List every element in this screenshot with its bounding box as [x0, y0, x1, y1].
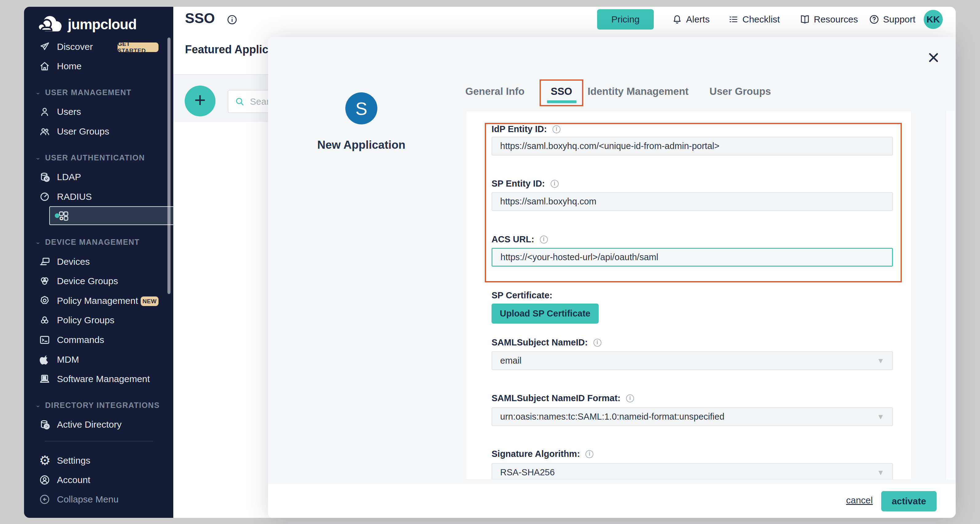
cancel-button[interactable]: cancel: [846, 495, 873, 505]
apple-icon: [39, 354, 50, 365]
info-icon[interactable]: i: [626, 394, 634, 402]
tab-identity-management[interactable]: Identity Management: [587, 86, 689, 97]
acs-url-label: ACS URL:i: [492, 234, 548, 244]
support-button[interactable]: Support: [869, 9, 915, 30]
signature-algorithm-label: Signature Algorithm:i: [492, 449, 593, 459]
info-icon[interactable]: i: [552, 125, 560, 133]
sidebar-section-user-management[interactable]: ⌄ USER MANAGEMENT: [28, 84, 167, 100]
account-icon: [39, 475, 50, 486]
plus-icon: +: [194, 90, 205, 110]
form-scrollbar-track[interactable]: [945, 111, 955, 479]
sidebar-item-user-groups[interactable]: User Groups: [28, 122, 167, 141]
info-icon[interactable]: [226, 14, 238, 25]
rocket-icon: [39, 41, 50, 53]
caret-down-icon: ▼: [877, 413, 884, 421]
sidebar-item-mdm[interactable]: MDM: [28, 350, 167, 370]
new-badge: NEW: [141, 296, 159, 306]
home-icon: [39, 61, 50, 72]
software-management-icon: [39, 373, 50, 385]
info-icon[interactable]: i: [585, 450, 593, 458]
ldap-database-icon: [39, 172, 50, 183]
sso-grid-icon: [58, 210, 69, 221]
device-groups-icon: [39, 276, 50, 287]
sidebar-item-sso[interactable]: SSO: [49, 206, 173, 225]
sidebar-item-radius[interactable]: RADIUS: [28, 187, 167, 207]
book-icon: [800, 14, 810, 25]
app-initial-badge: S: [345, 92, 377, 124]
terminal-icon: [39, 334, 50, 346]
sidebar-scrollbar-thumb[interactable]: [167, 38, 170, 294]
search-icon: [234, 96, 245, 107]
active-directory-icon: [39, 419, 50, 430]
sidebar-section-directory-integrations[interactable]: ⌄ DIRECTORY INTEGRATIONS: [28, 397, 167, 413]
signature-algorithm-select[interactable]: RSA-SHA256▼: [492, 463, 893, 479]
page-title: SSO: [185, 10, 215, 27]
cloud-logo-icon: [35, 14, 65, 35]
gear-icon: ⚙: [39, 455, 50, 466]
sidebar-section-device-management[interactable]: ⌄ DEVICE MANAGEMENT: [28, 234, 167, 250]
devices-icon: [39, 256, 50, 267]
user-group-icon: [39, 126, 50, 137]
policy-management-icon: [39, 295, 50, 306]
sidebar: jumpcloud Discover GET STARTED Home ⌄ US…: [24, 7, 173, 518]
pricing-button[interactable]: Pricing: [597, 9, 654, 30]
checklist-button[interactable]: Checklist: [728, 9, 780, 30]
caret-down-icon: ▼: [877, 357, 884, 365]
saml-subject-nameid-format-label: SAMLSubject NameID Format:i: [492, 393, 634, 403]
sidebar-item-devices[interactable]: Devices: [28, 252, 167, 272]
new-application-modal: S New Application General Info SSO Ident…: [268, 37, 956, 518]
sidebar-item-settings[interactable]: ⚙ Settings: [28, 451, 167, 470]
close-icon[interactable]: [928, 52, 939, 63]
policy-groups-icon: [39, 315, 50, 326]
acs-url-input[interactable]: https://<your-hosted-url>/api/oauth/saml: [492, 248, 893, 267]
sidebar-item-policy-groups[interactable]: Policy Groups: [28, 311, 167, 330]
bell-icon: [672, 14, 682, 25]
sp-entity-id-label: SP Entity ID:i: [492, 178, 558, 189]
sidebar-item-home[interactable]: Home: [28, 56, 167, 76]
get-started-badge: GET STARTED: [118, 43, 159, 52]
add-application-button[interactable]: +: [185, 86, 215, 116]
activate-button[interactable]: activate: [881, 491, 937, 511]
tab-user-groups[interactable]: User Groups: [710, 86, 771, 97]
sidebar-item-account[interactable]: Account: [28, 470, 167, 490]
idp-entity-id-input[interactable]: https://saml.boxyhq.com/<unique-id-from-…: [492, 137, 893, 156]
collapse-arrow-icon: [39, 494, 50, 505]
sidebar-item-commands[interactable]: Commands: [28, 330, 167, 350]
sp-certificate-label: SP Certificate:: [492, 290, 552, 301]
checklist-icon: [728, 14, 739, 25]
sidebar-item-users[interactable]: Users: [28, 102, 167, 122]
app-name: New Application: [286, 139, 437, 151]
saml-subject-nameid-select[interactable]: email▼: [492, 351, 893, 370]
sidebar-item-software-management[interactable]: Software Management: [28, 369, 167, 389]
sso-form-panel: IdP Entity ID:i https://saml.boxyhq.com/…: [466, 111, 912, 479]
upload-sp-certificate-button[interactable]: Upload SP Certificate: [492, 304, 599, 323]
sp-entity-id-input[interactable]: https://saml.boxyhq.com: [492, 192, 893, 211]
sidebar-item-device-groups[interactable]: Device Groups: [28, 271, 167, 291]
alerts-button[interactable]: Alerts: [672, 9, 710, 30]
active-indicator-dot: [55, 213, 59, 218]
jumpcloud-logo[interactable]: jumpcloud: [35, 14, 137, 35]
resources-button[interactable]: Resources: [800, 9, 858, 30]
app-window: jumpcloud Discover GET STARTED Home ⌄ US…: [0, 0, 980, 524]
logo-wordmark: jumpcloud: [68, 16, 137, 33]
sidebar-divider: [45, 441, 153, 441]
info-icon[interactable]: i: [593, 339, 601, 347]
sso-tab-annotation-box: [539, 80, 583, 106]
info-icon[interactable]: i: [550, 180, 558, 188]
chevron-down-icon: ⌄: [35, 89, 41, 96]
sidebar-item-active-directory[interactable]: Active Directory: [28, 415, 167, 435]
saml-subject-nameid-label: SAMLSubject NameID:i: [492, 338, 601, 347]
sidebar-section-user-authentication[interactable]: ⌄ USER AUTHENTICATION: [28, 150, 167, 166]
user-icon: [39, 106, 50, 117]
caret-down-icon: ▼: [877, 468, 884, 477]
sidebar-item-ldap[interactable]: LDAP: [28, 167, 167, 187]
chevron-down-icon: ⌄: [35, 402, 41, 409]
radius-gauge-icon: [39, 191, 50, 202]
sidebar-item-collapse-menu[interactable]: Collapse Menu: [28, 489, 167, 509]
saml-subject-nameid-format-select[interactable]: urn:oasis:names:tc:SAML:1.0:nameid-forma…: [492, 407, 893, 426]
avatar[interactable]: KK: [924, 10, 943, 29]
tab-general-info[interactable]: General Info: [465, 86, 525, 97]
question-icon: [869, 14, 879, 25]
idp-entity-id-label: IdP Entity ID:i: [492, 124, 560, 134]
info-icon[interactable]: i: [540, 236, 548, 244]
